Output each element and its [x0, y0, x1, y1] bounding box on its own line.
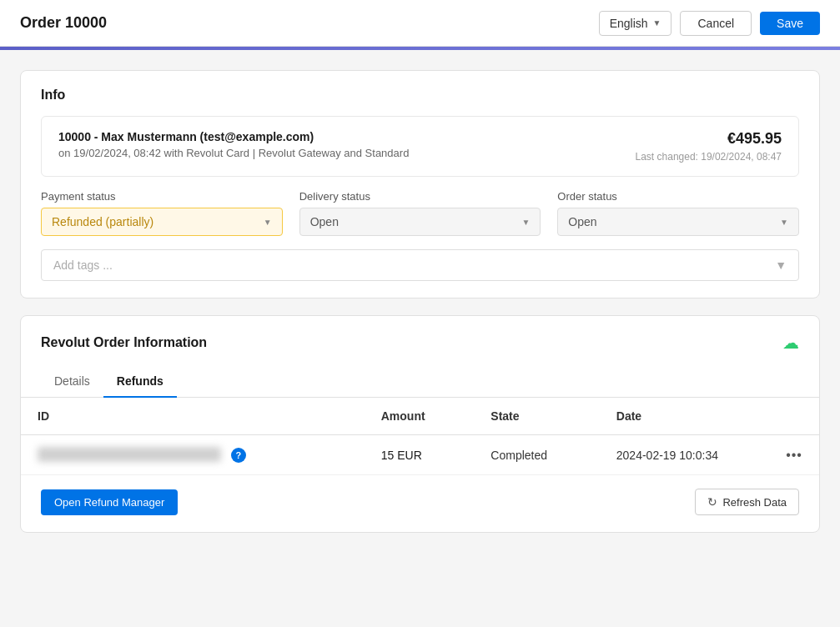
language-chevron-icon: ▼ [653, 18, 661, 28]
col-header-state: State [474, 398, 599, 435]
table-header-row: ID Amount State Date [21, 398, 819, 435]
delivery-status-chevron-icon: ▼ [521, 218, 530, 227]
language-label: English [610, 17, 648, 30]
refresh-data-button[interactable]: ↻ Refresh Data [695, 489, 799, 515]
row-actions-button[interactable]: ••• [786, 448, 802, 463]
order-status-chevron-icon: ▼ [780, 218, 788, 227]
row-amount-cell: 15 EUR [365, 435, 475, 475]
revolut-card-title: Revolut Order Information [41, 335, 207, 350]
order-status-select[interactable]: Open ▼ [557, 208, 799, 236]
tabs-container: Details Refunds [21, 366, 819, 398]
row-state-value: Completed [490, 449, 547, 462]
table-row: ? 15 EUR Completed 2024-02-19 10:0:34 •• [21, 435, 819, 475]
order-status-label: Order status [557, 190, 799, 203]
order-status-group: Order status Open ▼ [557, 190, 799, 236]
card-footer: Open Refund Manager ↻ Refresh Data [41, 489, 799, 515]
order-last-changed: Last changed: 19/02/2024, 08:47 [636, 151, 782, 163]
tags-input[interactable]: Add tags ... ▼ [41, 249, 799, 281]
col-header-amount: Amount [365, 398, 475, 435]
order-amount: €495.95 [636, 130, 782, 148]
row-state-cell: Completed [474, 435, 599, 475]
row-actions-cell: ••• [769, 435, 819, 475]
order-summary-right: €495.95 Last changed: 19/02/2024, 08:47 [636, 130, 782, 163]
tab-refunds[interactable]: Refunds [103, 366, 177, 398]
row-date-cell: 2024-02-19 10:0:34 [600, 435, 769, 475]
cancel-button[interactable]: Cancel [680, 11, 752, 36]
order-summary-left: 10000 - Max Mustermann (test@example.com… [58, 130, 409, 159]
col-header-date: Date [600, 398, 769, 435]
delivery-status-select[interactable]: Open ▼ [299, 208, 541, 236]
refunds-table-wrap: ID Amount State Date ? 15 EU [21, 398, 819, 475]
open-refund-manager-button[interactable]: Open Refund Manager [41, 489, 178, 515]
header-actions: English ▼ Cancel Save [599, 11, 820, 36]
tags-chevron-icon: ▼ [775, 258, 787, 272]
refresh-label: Refresh Data [722, 496, 787, 509]
payment-status-select[interactable]: Refunded (partially) ▼ [41, 208, 283, 236]
tab-details[interactable]: Details [41, 366, 103, 398]
info-card: Info 10000 - Max Mustermann (test@exampl… [20, 70, 820, 298]
payment-status-value: Refunded (partially) [52, 215, 153, 228]
revolut-card: Revolut Order Information ☁ Details Refu… [20, 315, 820, 533]
row-date-value: 2024-02-19 10:0:34 [616, 449, 718, 462]
row-id-blurred [38, 447, 221, 462]
col-header-id: ID [21, 398, 365, 435]
main-content: Info 10000 - Max Mustermann (test@exampl… [0, 50, 840, 569]
order-summary: 10000 - Max Mustermann (test@example.com… [41, 116, 799, 177]
order-meta: on 19/02/2024, 08:42 with Revolut Card |… [58, 147, 409, 159]
refresh-icon: ↻ [707, 495, 717, 509]
payment-status-group: Payment status Refunded (partially) ▼ [41, 190, 283, 236]
cloud-icon[interactable]: ☁ [782, 333, 799, 353]
row-id-help-icon[interactable]: ? [231, 448, 246, 463]
delivery-status-group: Delivery status Open ▼ [299, 190, 541, 236]
order-status-value: Open [568, 215, 596, 228]
tags-placeholder: Add tags ... [53, 258, 113, 272]
payment-status-chevron-icon: ▼ [264, 218, 272, 227]
payment-status-label: Payment status [41, 190, 283, 203]
page-header: Order 10000 English ▼ Cancel Save [0, 0, 840, 47]
row-amount-value: 15 EUR [381, 449, 422, 462]
status-row: Payment status Refunded (partially) ▼ De… [41, 190, 799, 236]
delivery-status-value: Open [310, 215, 339, 228]
row-id-cell: ? [21, 435, 365, 475]
save-button[interactable]: Save [760, 12, 820, 35]
col-header-actions [769, 398, 819, 435]
language-selector[interactable]: English ▼ [599, 11, 672, 36]
revolut-header: Revolut Order Information ☁ [41, 333, 799, 353]
page-title: Order 10000 [20, 14, 107, 32]
delivery-status-label: Delivery status [299, 190, 541, 203]
order-name: 10000 - Max Mustermann (test@example.com… [58, 130, 409, 143]
refunds-table: ID Amount State Date ? 15 EU [21, 398, 819, 475]
info-card-title: Info [41, 88, 799, 103]
